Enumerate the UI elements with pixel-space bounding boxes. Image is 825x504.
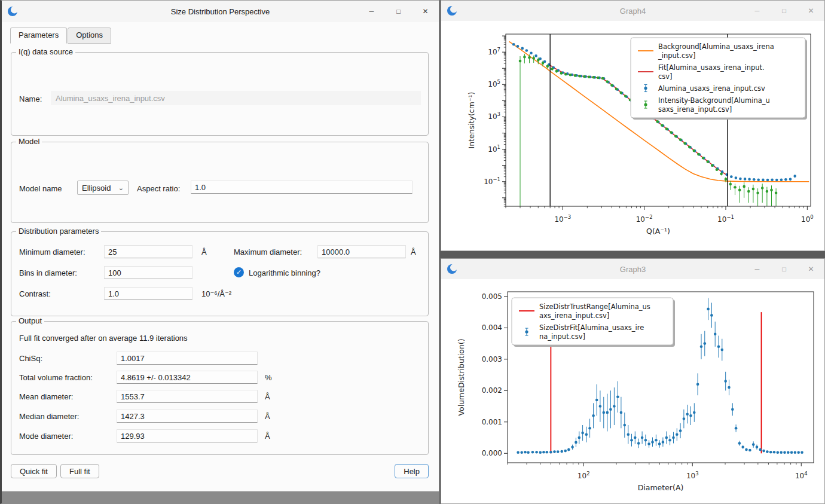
mode-diameter-label: Mode diameter: (19, 432, 73, 441)
left-window-titlebar[interactable]: Size Distribution Perspective ─ □ ✕ (2, 1, 439, 22)
group-model: Model Model name Ellipsoid ⌄ Aspect rati… (11, 142, 429, 223)
svg-text:Q(A⁻¹): Q(A⁻¹) (646, 227, 670, 236)
contrast-label: Contrast: (19, 289, 51, 298)
logarithmic-binning-label: Logarithmic binning? (249, 268, 320, 277)
close-button[interactable]: ✕ (798, 1, 824, 21)
full-fit-button[interactable]: Full fit (60, 464, 99, 478)
model-name-value: Ellipsoid (82, 184, 111, 193)
aspect-ratio-label: Aspect ratio: (137, 184, 180, 193)
mean-diameter-input[interactable] (117, 390, 258, 403)
svg-text:saxs_irena_input.csv]: saxs_irena_input.csv] (658, 105, 732, 114)
group-iq-data-source: I(q) data source Name: Alumina_usaxs_ire… (11, 52, 429, 136)
checkmark-icon: ✓ (236, 268, 242, 276)
size-distribution-window: Size Distribution Perspective ─ □ ✕ Para… (0, 0, 439, 504)
output-row-mean-diameter: Mean diameter: Å (11, 390, 428, 404)
logarithmic-binning-checkbox[interactable]: ✓ (234, 267, 244, 277)
svg-text:0.005: 0.005 (482, 292, 502, 301)
convergence-message: Full fit converged after on average 11.9… (19, 334, 188, 343)
graph3-titlebar[interactable]: Graph3 ─ □ ✕ (441, 259, 824, 279)
svg-text:SizeDistrTrustRange[Alumina_us: SizeDistrTrustRange[Alumina_us (539, 303, 650, 311)
maximize-button[interactable]: □ (385, 1, 412, 22)
bins-in-diameter-label: Bins in diameter: (19, 268, 77, 277)
tab-options[interactable]: Options (68, 28, 111, 44)
group-title: I(q) data source (16, 47, 75, 56)
minimum-diameter-label: Minimum diameter: (19, 248, 85, 256)
svg-text:Intensity-Background[Alumina_u: Intensity-Background[Alumina_u (658, 96, 770, 105)
svg-text:0.004: 0.004 (482, 323, 502, 332)
svg-text:na_input.csv]: na_input.csv] (539, 332, 585, 341)
total-volume-fraction-input[interactable] (117, 371, 258, 384)
tab-bar: Parameters Options (10, 28, 112, 44)
maximum-diameter-label: Maximum diameter: (234, 248, 302, 256)
mode-diameter-unit: Å (265, 432, 270, 441)
svg-text:SizeDistrFit[Alumina_usaxs_ire: SizeDistrFit[Alumina_usaxs_ire (539, 323, 644, 332)
graph3-canvas[interactable]: 1021031040.0000.0010.0020.0030.0040.005D… (441, 279, 824, 503)
svg-text:VolumeDistribution(): VolumeDistribution() (457, 338, 466, 416)
output-row-median-diameter: Median diameter: Å (11, 410, 428, 424)
bins-row: Bins in diameter: ✓ Logarithmic binning? (11, 266, 428, 280)
name-label: Name: (19, 94, 42, 103)
contrast-input[interactable] (104, 287, 192, 300)
svg-text:csv]: csv] (658, 72, 673, 81)
maximize-button[interactable]: □ (771, 259, 798, 279)
app-icon (7, 6, 18, 17)
group-title: Model (16, 137, 42, 146)
tab-parameters[interactable]: Parameters (10, 28, 67, 44)
mean-diameter-unit: Å (265, 392, 270, 401)
quick-fit-button[interactable]: Quick fit (11, 464, 57, 478)
minimize-button[interactable]: ─ (744, 1, 771, 21)
chisq-input[interactable] (117, 352, 258, 365)
svg-text:axs_irena_input.csv]: axs_irena_input.csv] (539, 311, 609, 320)
minimum-diameter-unit: Å (201, 248, 207, 256)
model-name-label: Model name (19, 184, 62, 193)
help-button[interactable]: Help (395, 464, 429, 478)
app-icon (447, 264, 457, 274)
svg-text:0.003: 0.003 (482, 355, 502, 364)
group-output: Output Full fit converged after on avera… (11, 321, 429, 455)
minimum-diameter-input[interactable] (104, 245, 192, 258)
median-diameter-input[interactable] (117, 410, 258, 423)
median-diameter-label: Median diameter: (19, 412, 79, 421)
chevron-down-icon: ⌄ (118, 184, 124, 192)
svg-text:Fit[Alumina_usaxs_irena_input.: Fit[Alumina_usaxs_irena_input. (658, 63, 765, 72)
minimize-button[interactable]: ─ (358, 1, 385, 22)
total-volume-fraction-label: Total volume fraction: (19, 373, 93, 382)
output-row-mode-diameter: Mode diameter: Å (11, 429, 428, 444)
maximum-diameter-unit: Å (411, 248, 416, 256)
maximum-diameter-input[interactable] (317, 245, 406, 258)
svg-text:Intensity(cm⁻¹): Intensity(cm⁻¹) (467, 92, 476, 149)
close-button[interactable]: ✕ (412, 1, 439, 22)
diameter-range-row: Minimum diameter: Å Maximum diameter: Å (11, 245, 428, 259)
total-volume-fraction-unit: % (265, 373, 272, 382)
svg-text:Background[Alumina_usaxs_irena: Background[Alumina_usaxs_irena (658, 42, 774, 51)
chisq-label: ChiSq: (19, 354, 42, 363)
output-row-chisq: ChiSq: (11, 352, 428, 366)
app-icon (447, 5, 457, 16)
graph3-window: Graph3 ─ □ ✕ 1021031040.0000.0010.0020.0… (441, 258, 825, 504)
status-bar (2, 491, 439, 504)
graph4-titlebar[interactable]: Graph4 ─ □ ✕ (441, 1, 824, 21)
model-name-select[interactable]: Ellipsoid ⌄ (77, 181, 129, 195)
svg-text:Alumina_usaxs_irena_input.csv: Alumina_usaxs_irena_input.csv (658, 84, 765, 93)
parameters-pane: Parameters Options I(q) data source Name… (2, 22, 439, 491)
group-title: Output (16, 316, 44, 325)
output-row-total-volume-fraction: Total volume fraction: % (11, 371, 428, 385)
aspect-ratio-input[interactable] (191, 181, 412, 194)
graph4-canvas[interactable]: 10−310−210−110010−1101103105107Q(A⁻¹)Int… (441, 21, 824, 251)
contrast-row: Contrast: 10⁻⁶/Å⁻² (11, 287, 428, 301)
group-distribution-parameters: Distribution parameters Minimum diameter… (11, 231, 429, 316)
svg-text:0.002: 0.002 (482, 386, 502, 395)
close-button[interactable]: ✕ (798, 259, 824, 279)
group-title: Distribution parameters (16, 227, 101, 236)
bins-in-diameter-input[interactable] (104, 266, 192, 279)
data-source-name: Alumina_usaxs_irena_input.csv (51, 91, 421, 105)
maximize-button[interactable]: □ (771, 1, 798, 21)
mode-diameter-input[interactable] (117, 429, 258, 442)
graph4-window: Graph4 ─ □ ✕ 10−310−210−110010−110110310… (441, 0, 825, 251)
svg-text:Diameter(A): Diameter(A) (638, 483, 684, 492)
action-buttons: Quick fit Full fit Help (11, 464, 429, 479)
minimize-button[interactable]: ─ (744, 259, 771, 279)
svg-text:_input.csv]: _input.csv] (658, 51, 696, 60)
median-diameter-unit: Å (265, 412, 270, 421)
contrast-unit: 10⁻⁶/Å⁻² (201, 289, 231, 298)
